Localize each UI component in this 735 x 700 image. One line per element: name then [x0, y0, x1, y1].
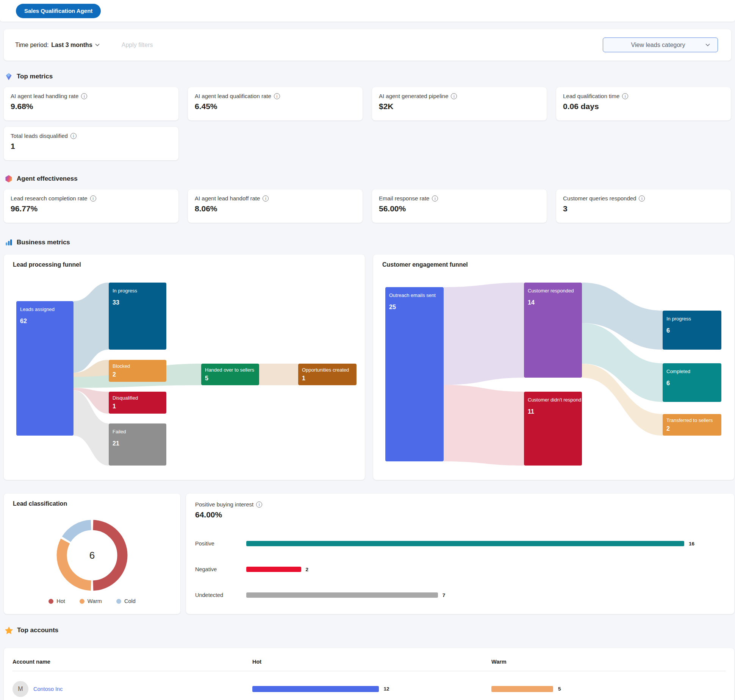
- legend-item-warm[interactable]: Warm: [80, 598, 102, 604]
- legend-dot: [48, 599, 53, 604]
- donut-segment-cold[interactable]: [66, 525, 91, 539]
- metric-label: Lead research completion rate: [11, 195, 88, 202]
- info-icon[interactable]: i: [70, 133, 77, 139]
- metric-label: Email response rate: [379, 195, 429, 202]
- time-period-value: Last 3 months: [51, 42, 92, 48]
- divider: [13, 671, 726, 671]
- agent-effectiveness-header: Agent effectiveness: [5, 175, 78, 183]
- info-icon[interactable]: i: [81, 93, 87, 99]
- interest-row-negative: Negative2: [195, 566, 308, 573]
- apply-filters-button[interactable]: Apply filters: [122, 42, 153, 48]
- chart-title: Lead processing funnel: [13, 261, 81, 268]
- hot-bar[interactable]: [252, 686, 379, 692]
- top-metrics-cards: AI agent lead handling rate i 9.68% AI a…: [4, 87, 733, 160]
- metric-card: AI agent lead qualification rate i 6.45%: [188, 87, 363, 120]
- sankey-node[interactable]: [385, 287, 444, 461]
- business-metrics-header: Business metrics: [5, 238, 70, 247]
- legend-item-hot[interactable]: Hot: [48, 598, 65, 604]
- lead-processing-funnel-sankey: Leads assigned62In progress33Blocked2Dis…: [4, 255, 365, 480]
- interest-label: Positive: [195, 541, 246, 547]
- info-icon[interactable]: i: [263, 195, 269, 202]
- chart-title: Customer engagement funnel: [382, 261, 468, 268]
- info-icon[interactable]: i: [451, 93, 457, 99]
- lead-processing-funnel-card: Lead processing funnel Leads assigned62I…: [4, 255, 365, 480]
- metric-label: AI agent lead qualification rate: [195, 93, 271, 99]
- sankey-flow: [74, 283, 109, 373]
- interest-bar[interactable]: [246, 567, 301, 572]
- donut-segment-hot[interactable]: [93, 525, 122, 586]
- chevron-down-icon: [705, 44, 710, 47]
- sankey-node-value: 5: [205, 375, 208, 381]
- top-accounts-header: Top accounts: [5, 626, 58, 634]
- gem-icon: [5, 72, 13, 81]
- legend-item-cold[interactable]: Cold: [116, 598, 136, 604]
- sankey-node-label: In progress: [666, 316, 691, 322]
- positive-buying-interest-card: Positive buying interest i 64.00% Positi…: [186, 494, 734, 614]
- time-period-dropdown[interactable]: Time period: Last 3 months: [15, 42, 100, 48]
- agent-effectiveness-cards: Lead research completion rate i 96.77% A…: [4, 189, 733, 223]
- view-leads-category-select[interactable]: View leads category: [603, 38, 718, 52]
- sankey-flow: [444, 385, 524, 466]
- metric-card: AI agent generated pipeline i $2K: [372, 87, 547, 120]
- metric-label: Total leads disqualified: [11, 133, 68, 139]
- legend-label: Warm: [88, 598, 102, 604]
- star-icon: [5, 626, 13, 634]
- lead-classification-card: Lead classification 6 HotWarmCold: [4, 494, 180, 614]
- sankey-node-label: Leads assigned: [20, 306, 55, 312]
- sankey-node-value: 14: [528, 299, 535, 306]
- donut-segment-warm[interactable]: [62, 541, 91, 586]
- top-accounts-table-card: Account name Hot Warm M Contoso Inc 12 5: [4, 648, 734, 700]
- interest-bar[interactable]: [246, 592, 438, 598]
- hot-value: 12: [384, 686, 389, 692]
- metric-card: Lead qualification time i 0.06 days: [556, 87, 731, 120]
- sankey-node-label: In progress: [113, 288, 138, 294]
- customer-engagement-funnel-sankey: Outreach emails sent25Customer responded…: [373, 255, 734, 480]
- section-title: Top accounts: [17, 627, 58, 634]
- sankey-node-label: Outreach emails sent: [389, 292, 436, 298]
- time-period-label: Time period:: [15, 42, 48, 48]
- warm-bar[interactable]: [491, 686, 553, 692]
- interest-bar[interactable]: [246, 541, 684, 546]
- info-icon[interactable]: i: [622, 93, 628, 99]
- metric-card: AI agent lead handoff rate i 8.06%: [188, 189, 363, 223]
- info-icon[interactable]: i: [639, 195, 645, 202]
- legend-dot: [116, 599, 121, 604]
- sankey-node-value: 6: [666, 380, 670, 386]
- section-title: Business metrics: [17, 239, 70, 246]
- metric-value: 96.77%: [11, 204, 172, 213]
- chevron-down-icon: [95, 44, 100, 47]
- sankey-node-value: 2: [666, 425, 670, 432]
- sankey-node-value: 33: [113, 299, 119, 306]
- metric-card: Customer queries responded i 3: [556, 189, 731, 223]
- buying-interest-value: 64.00%: [195, 510, 222, 519]
- metric-value: 0.06 days: [563, 102, 724, 111]
- sankey-node[interactable]: [524, 283, 582, 378]
- donut-legend: HotWarmCold: [4, 598, 180, 604]
- sankey-node-value: 62: [20, 318, 27, 324]
- info-icon[interactable]: i: [274, 93, 280, 99]
- sankey-flow: [259, 364, 298, 385]
- column-header-account-name: Account name: [13, 659, 50, 665]
- info-icon[interactable]: i: [432, 195, 438, 202]
- sales-qualification-agent-button[interactable]: Sales Qualification Agent: [16, 4, 101, 18]
- info-icon[interactable]: i: [256, 502, 262, 508]
- sankey-node-label: Customer responded: [528, 288, 574, 294]
- sankey-node-value: 21: [113, 440, 119, 447]
- customer-engagement-funnel-card: Customer engagement funnel Outreach emai…: [373, 255, 734, 480]
- interest-value: 16: [689, 541, 694, 547]
- sankey-node-value: 25: [389, 304, 396, 310]
- account-link-contoso[interactable]: Contoso Inc: [33, 686, 63, 692]
- info-icon[interactable]: i: [90, 195, 96, 202]
- sankey-node-value: 1: [113, 403, 116, 409]
- sankey-node[interactable]: [524, 392, 582, 466]
- interest-row-positive: Positive16: [195, 540, 694, 547]
- interest-label: Negative: [195, 566, 246, 572]
- legend-label: Cold: [124, 598, 136, 604]
- interest-value: 2: [306, 567, 309, 572]
- sankey-node-label: Handed over to sellers: [205, 367, 255, 373]
- sankey-node-value: 1: [302, 375, 305, 381]
- interest-label: Undetected: [195, 592, 246, 598]
- top-metrics-header: Top metrics: [5, 72, 53, 81]
- sankey-node-value: 2: [113, 371, 116, 378]
- interest-row-undetected: Undetected7: [195, 591, 445, 599]
